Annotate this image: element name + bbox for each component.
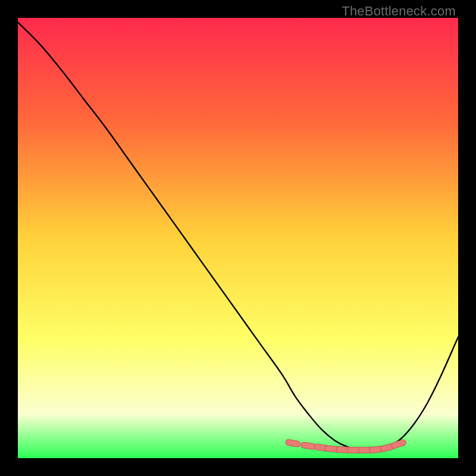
marker-dash <box>304 445 313 446</box>
marker-dash <box>317 447 326 448</box>
marker-dash <box>328 449 337 449</box>
marker-dash <box>339 449 348 450</box>
gradient-background <box>18 18 458 458</box>
chart-svg <box>18 18 458 458</box>
marker-dash <box>372 449 381 450</box>
chart-frame <box>18 18 458 458</box>
marker-dash <box>394 443 403 446</box>
marker-dash <box>289 443 298 444</box>
watermark-text: TheBottleneck.com <box>342 4 456 19</box>
marker-dash <box>383 446 392 449</box>
